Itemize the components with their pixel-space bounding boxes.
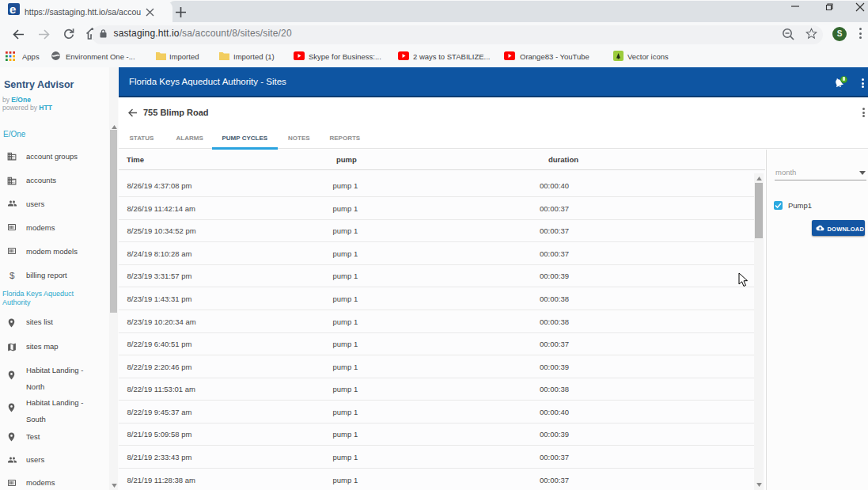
svg-text:$: $ (9, 270, 15, 280)
